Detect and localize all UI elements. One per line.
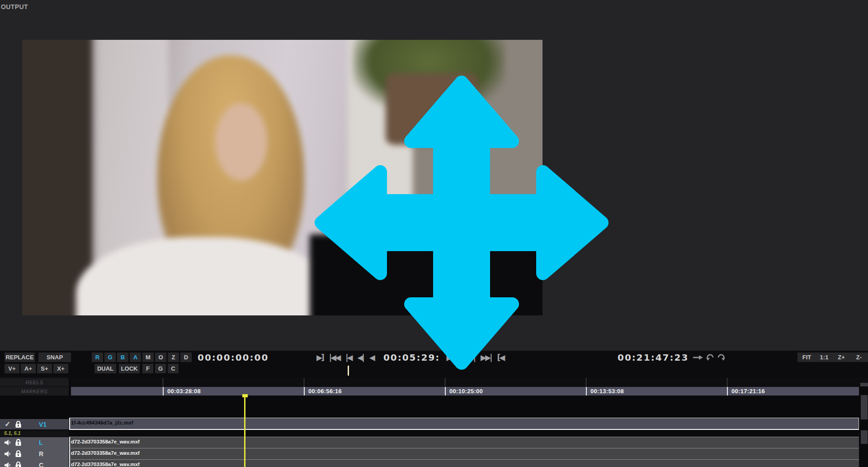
track-header-c: C xyxy=(0,460,69,467)
audio-clip[interactable]: d72-2d3703358a7e_wav.mxf xyxy=(69,459,859,467)
ruler-tick xyxy=(304,378,304,386)
channel-button-m[interactable]: M xyxy=(142,353,154,362)
lock-button[interactable]: LOCK xyxy=(119,364,140,373)
timeline-scroll-corner xyxy=(860,383,868,386)
ruler-tick-label: 00:17:21:16 xyxy=(731,388,765,395)
channel-button-z[interactable]: Z xyxy=(168,353,179,362)
ruler-tick xyxy=(727,378,727,386)
track-label-v1[interactable]: V1 xyxy=(39,421,47,428)
channel-button-g[interactable]: G xyxy=(104,353,116,362)
timecode-right[interactable]: 00:21:47:23 xyxy=(618,352,689,363)
f-button[interactable]: F xyxy=(142,364,153,373)
ruler-tick-label: 00:13:53:08 xyxy=(590,388,624,395)
lock-icon[interactable] xyxy=(15,461,22,467)
redo-icon[interactable] xyxy=(717,354,725,361)
ruler-tick xyxy=(445,387,446,396)
undo-icon[interactable] xyxy=(706,354,714,361)
zoom-in-button[interactable]: Z+ xyxy=(832,353,850,362)
video-clip[interactable]: 1f-4cc494346d7a_j2c.mxf xyxy=(69,418,859,430)
ruler-tick-label: 00:10:25:00 xyxy=(449,388,483,395)
reels-row-header: REELS xyxy=(0,378,69,386)
ruler-tick xyxy=(586,387,587,396)
snap-button[interactable]: SNAP xyxy=(38,353,71,362)
ruler-tick xyxy=(304,387,305,396)
reels-lane[interactable] xyxy=(71,378,868,386)
follow-arrow-icon[interactable] xyxy=(693,355,703,360)
ruler-tick xyxy=(445,378,445,386)
lock-icon[interactable] xyxy=(15,438,22,446)
track-label-r[interactable]: R xyxy=(39,450,43,457)
zoom-out-button[interactable]: Z- xyxy=(850,353,868,362)
channel-button-b[interactable]: B xyxy=(117,353,128,362)
speaker-icon[interactable] xyxy=(4,439,11,446)
output-label: OUTPUT xyxy=(1,3,28,10)
audio-clip[interactable]: d72-2d3703358a7e_wav.mxf xyxy=(69,437,859,448)
ruler-tick xyxy=(586,378,586,386)
markers-row-header: MARKERS xyxy=(0,387,69,396)
speaker-icon[interactable] xyxy=(4,451,11,457)
editor-app: OUTPUT REPLACE SNAP R G B xyxy=(0,0,868,467)
add-extra-track-button[interactable]: X+ xyxy=(53,364,68,373)
speaker-icon[interactable] xyxy=(4,462,11,467)
ruler-tick xyxy=(727,387,728,396)
ruler-tick xyxy=(163,387,164,396)
audio-clip[interactable]: d72-2d3703358a7e_wav.mxf xyxy=(69,448,859,459)
track-label-c[interactable]: C xyxy=(39,462,43,467)
playhead-line[interactable] xyxy=(244,394,245,467)
g-button[interactable]: G xyxy=(155,364,166,373)
add-video-track-button[interactable]: V+ xyxy=(5,364,19,373)
audio-format-label: 5.1, 5.1 xyxy=(4,430,21,436)
track-header-l: L xyxy=(0,437,69,448)
dual-button[interactable]: DUAL xyxy=(94,364,116,373)
fit-button[interactable]: FIT xyxy=(797,353,816,362)
track-enabled-check-icon[interactable]: ✓ xyxy=(5,420,10,429)
replace-button[interactable]: REPLACE xyxy=(5,353,35,362)
scene-woman-face xyxy=(215,103,267,181)
audio-track-headers: L R C xyxy=(0,437,69,467)
lock-icon[interactable] xyxy=(15,420,22,428)
add-audio-track-button[interactable]: A+ xyxy=(21,364,36,373)
channel-button-o[interactable]: O xyxy=(155,353,166,362)
c-button[interactable]: C xyxy=(168,364,179,373)
channel-button-a[interactable]: A xyxy=(130,353,141,362)
channel-button-d[interactable]: D xyxy=(180,353,192,362)
lock-icon[interactable] xyxy=(15,450,22,457)
ruler-tick-label: 00:06:56:16 xyxy=(308,388,342,395)
timeline-scrollbar-thumb[interactable] xyxy=(861,430,868,444)
channel-button-r[interactable]: R xyxy=(92,353,103,362)
timeline-scrollbar-thumb[interactable] xyxy=(861,395,868,419)
ruler-tick xyxy=(163,378,163,386)
timecode-left[interactable]: 00:00:00:00 xyxy=(198,352,269,363)
add-subtitle-track-button[interactable]: S+ xyxy=(37,364,52,373)
ruler-tick-label: 00:03:28:08 xyxy=(167,388,201,395)
one-to-one-button[interactable]: 1:1 xyxy=(815,353,833,362)
move-cursor-icon xyxy=(312,73,611,372)
track-header-v1: ✓ V1 xyxy=(0,419,69,429)
track-label-l[interactable]: L xyxy=(39,439,43,446)
audio-format-row: 5.1, 5.1 xyxy=(0,430,69,437)
track-header-r: R xyxy=(0,448,69,459)
